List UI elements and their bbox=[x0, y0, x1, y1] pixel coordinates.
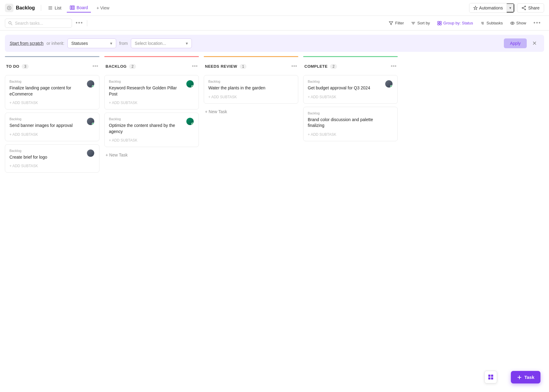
inherit-bar: Start from scratch or inherit: Statuses … bbox=[5, 35, 544, 52]
column-todo: TO DO 3 ••• Backlog Finalize landing pag… bbox=[5, 56, 99, 176]
column-complete-more-icon[interactable]: ••• bbox=[391, 63, 396, 70]
column-todo-status-bar bbox=[5, 56, 99, 57]
card-label: Backlog bbox=[308, 80, 393, 83]
svg-rect-18 bbox=[438, 21, 439, 23]
card-todo-0[interactable]: Backlog Finalize landing page content fo… bbox=[5, 75, 99, 110]
statuses-chevron-icon: ▾ bbox=[110, 41, 112, 46]
column-complete-count: 2 bbox=[330, 64, 337, 69]
show-btn[interactable]: Show bbox=[507, 19, 529, 27]
card-backlog-1[interactable]: Backlog Optimize the content shared by t… bbox=[104, 113, 199, 147]
add-subtask-btn[interactable]: + ADD SUBTASK bbox=[308, 132, 393, 137]
column-needs-review: NEEDS REVIEW 1 ••• Backlog Water the pla… bbox=[204, 56, 298, 117]
column-backlog-status-bar bbox=[104, 56, 199, 57]
online-dot bbox=[191, 85, 194, 88]
column-backlog-count: 2 bbox=[129, 64, 136, 69]
svg-rect-21 bbox=[440, 23, 441, 25]
column-backlog-more-icon[interactable]: ••• bbox=[192, 63, 198, 70]
svg-point-13 bbox=[9, 21, 11, 24]
column-todo-more-icon[interactable]: ••• bbox=[92, 63, 98, 70]
card-label: Backlog bbox=[9, 117, 95, 121]
column-needs-review-more-icon[interactable]: ••• bbox=[291, 63, 297, 70]
card-title: Send banner images for approval bbox=[9, 123, 95, 129]
location-chevron-icon: ▾ bbox=[186, 41, 188, 46]
add-subtask-btn[interactable]: + ADD SUBTASK bbox=[109, 101, 194, 105]
card-avatar bbox=[86, 149, 95, 157]
nav-divider bbox=[41, 5, 41, 11]
svg-rect-6 bbox=[72, 6, 73, 9]
svg-rect-19 bbox=[438, 23, 439, 25]
automations-group: Automations ▾ bbox=[469, 3, 515, 13]
add-subtask-btn[interactable]: + ADD SUBTASK bbox=[9, 164, 95, 168]
app-icon bbox=[5, 4, 13, 12]
column-complete: COMPLETE 2 ••• Backlog Get budget approv… bbox=[303, 56, 398, 144]
nav-right: Automations ▾ Share bbox=[469, 3, 544, 13]
toolbar-separator bbox=[87, 20, 87, 26]
column-complete-status-bar bbox=[303, 56, 398, 57]
column-todo-count: 3 bbox=[22, 64, 29, 69]
add-subtask-btn[interactable]: + ADD SUBTASK bbox=[109, 138, 194, 142]
online-dot bbox=[92, 85, 94, 88]
svg-rect-5 bbox=[70, 6, 71, 9]
apply-btn[interactable]: Apply bbox=[504, 38, 527, 48]
svg-point-25 bbox=[511, 22, 514, 24]
column-backlog: BACKLOG 2 ••• Backlog Keyword Research f… bbox=[104, 56, 199, 160]
subtasks-btn[interactable]: Subtasks bbox=[477, 19, 506, 27]
toolbar-overflow-btn[interactable]: ••• bbox=[530, 18, 544, 28]
card-label: Backlog bbox=[9, 149, 95, 153]
svg-rect-7 bbox=[73, 6, 74, 9]
card-needs-review-0[interactable]: Backlog Water the plants in the garden +… bbox=[204, 75, 298, 104]
add-subtask-btn[interactable]: + ADD SUBTASK bbox=[9, 101, 95, 105]
column-backlog-title: BACKLOG bbox=[106, 64, 127, 69]
svg-point-9 bbox=[525, 9, 526, 10]
start-from-scratch[interactable]: Start from scratch bbox=[10, 41, 43, 46]
card-avatar bbox=[385, 80, 393, 88]
card-label: Backlog bbox=[109, 117, 194, 121]
card-backlog-0[interactable]: Backlog Keyword Research for Golden Pill… bbox=[104, 75, 199, 110]
card-title: Keyword Research for Golden Pillar Post bbox=[109, 85, 194, 97]
column-todo-header: TO DO 3 ••• bbox=[5, 60, 99, 73]
card-todo-1[interactable]: Backlog Send banner images for approval … bbox=[5, 113, 99, 141]
card-title: Create brief for logo bbox=[9, 154, 95, 160]
card-avatar bbox=[86, 117, 95, 126]
card-label: Backlog bbox=[9, 80, 95, 83]
card-avatar bbox=[86, 80, 95, 88]
svg-point-10 bbox=[522, 7, 523, 8]
add-subtask-btn[interactable]: + ADD SUBTASK bbox=[308, 95, 393, 99]
column-complete-title: COMPLETE bbox=[304, 64, 328, 69]
card-title: Brand color discussion and palette final… bbox=[308, 117, 393, 129]
automations-btn[interactable]: Automations bbox=[469, 3, 507, 13]
toolbar-more-icon[interactable]: ••• bbox=[76, 20, 83, 26]
card-complete-1[interactable]: Backlog Brand color discussion and palet… bbox=[303, 107, 398, 141]
new-task-btn-backlog[interactable]: + New Task bbox=[104, 150, 129, 160]
filter-btn[interactable]: Filter bbox=[386, 19, 407, 27]
search-input[interactable]: Search tasks... bbox=[5, 19, 72, 28]
add-subtask-btn[interactable]: + ADD SUBTASK bbox=[9, 132, 95, 137]
svg-point-26 bbox=[512, 23, 513, 24]
close-inherit-btn[interactable]: ✕ bbox=[530, 39, 539, 48]
card-title: Optimize the content shared by the agenc… bbox=[109, 123, 194, 135]
board-view-btn[interactable]: Board bbox=[67, 3, 91, 13]
card-todo-2[interactable]: Backlog Create brief for logo + ADD SUBT… bbox=[5, 144, 99, 173]
group-status-btn[interactable]: Group by: Status bbox=[434, 19, 476, 27]
card-title: Water the plants in the garden bbox=[208, 85, 294, 91]
card-title: Finalize landing page content for eComme… bbox=[9, 85, 95, 97]
svg-line-11 bbox=[523, 7, 525, 8]
list-view-btn[interactable]: List bbox=[45, 4, 64, 12]
board: TO DO 3 ••• Backlog Finalize landing pag… bbox=[0, 56, 549, 188]
automations-caret-btn[interactable]: ▾ bbox=[507, 3, 514, 13]
card-complete-0[interactable]: Backlog Get budget approval for Q3 2024 … bbox=[303, 75, 398, 104]
new-task-btn-needs-review[interactable]: + New Task bbox=[204, 107, 228, 117]
toolbar-actions: Filter Sort by Group by: Status Subtasks bbox=[386, 18, 544, 28]
card-avatar bbox=[186, 117, 194, 126]
add-view-btn[interactable]: + View bbox=[93, 4, 112, 12]
card-label: Backlog bbox=[208, 80, 294, 83]
card-avatar bbox=[186, 80, 194, 88]
column-backlog-header: BACKLOG 2 ••• bbox=[104, 60, 199, 73]
statuses-select[interactable]: Statuses ▾ bbox=[67, 38, 116, 48]
sort-btn[interactable]: Sort by bbox=[408, 19, 433, 27]
location-select[interactable]: Select location... ▾ bbox=[131, 38, 192, 48]
share-btn[interactable]: Share bbox=[517, 3, 544, 13]
add-subtask-btn[interactable]: + ADD SUBTASK bbox=[208, 95, 294, 99]
svg-point-8 bbox=[525, 6, 526, 7]
column-needs-review-status-bar bbox=[204, 56, 298, 57]
